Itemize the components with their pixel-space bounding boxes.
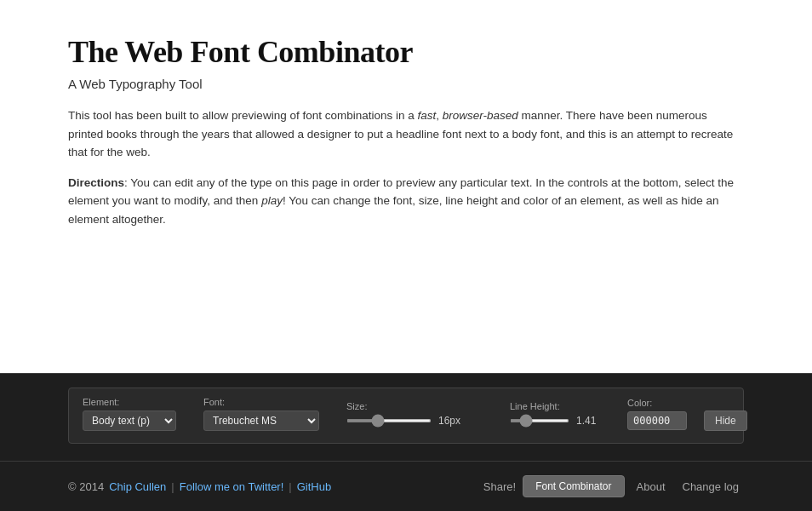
separator-2: |: [289, 480, 291, 493]
element-group: Element: Body text (p) Heading 1 Heading…: [83, 397, 176, 431]
font-label: Font:: [203, 397, 319, 407]
size-slider[interactable]: [346, 419, 432, 422]
app-title: The Web Font Combinator: [68, 34, 744, 70]
footer: © 2014 Chip Cullen | Follow me on Twitte…: [0, 461, 812, 511]
share-label: Share!: [483, 480, 516, 493]
size-label: Size:: [346, 401, 483, 411]
copyright-text: © 2014: [68, 480, 104, 493]
color-label: Color:: [627, 398, 687, 408]
size-group: Size: 16px: [346, 401, 483, 427]
size-row: 16px: [346, 415, 483, 427]
lineheight-label: Line Height:: [510, 401, 600, 411]
app-subtitle: A Web Typography Tool: [68, 77, 744, 91]
font-select[interactable]: Trebuchet MS Georgia Arial Verdana Times…: [203, 411, 319, 431]
main-content: The Web Font Combinator A Web Typography…: [0, 0, 812, 373]
color-group: Color:: [627, 398, 687, 430]
controls-bar: Element: Body text (p) Heading 1 Heading…: [0, 373, 812, 461]
intro-paragraph-1: This tool has been built to allow previe…: [68, 106, 744, 162]
footer-right: Share! Font Combinator About Change log: [483, 475, 744, 497]
lineheight-value: 1.41: [576, 415, 600, 427]
size-value: 16px: [438, 415, 462, 427]
github-link[interactable]: GitHub: [297, 480, 331, 493]
hide-group: Hide: [704, 397, 747, 431]
element-label: Element:: [83, 397, 176, 407]
footer-left: © 2014 Chip Cullen | Follow me on Twitte…: [68, 480, 331, 493]
font-group: Font: Trebuchet MS Georgia Arial Verdana…: [203, 397, 319, 431]
lineheight-row: 1.41: [510, 415, 600, 427]
lineheight-group: Line Height: 1.41: [510, 401, 600, 427]
nav-about-button[interactable]: About: [632, 476, 671, 497]
lineheight-slider[interactable]: [510, 419, 569, 422]
twitter-link[interactable]: Follow me on Twitter!: [180, 480, 284, 493]
color-input[interactable]: [627, 411, 687, 430]
nav-font-combinator-button[interactable]: Font Combinator: [523, 475, 624, 497]
separator-1: |: [171, 480, 174, 493]
controls-inner: Element: Body text (p) Heading 1 Heading…: [68, 388, 744, 444]
intro-paragraph-2: Directions: You can edit any of the type…: [68, 174, 744, 229]
author-link[interactable]: Chip Cullen: [109, 480, 166, 493]
nav-changelog-button[interactable]: Change log: [678, 476, 745, 497]
element-select[interactable]: Body text (p) Heading 1 Heading 2 Headin…: [83, 411, 176, 431]
hide-button[interactable]: Hide: [704, 411, 747, 431]
